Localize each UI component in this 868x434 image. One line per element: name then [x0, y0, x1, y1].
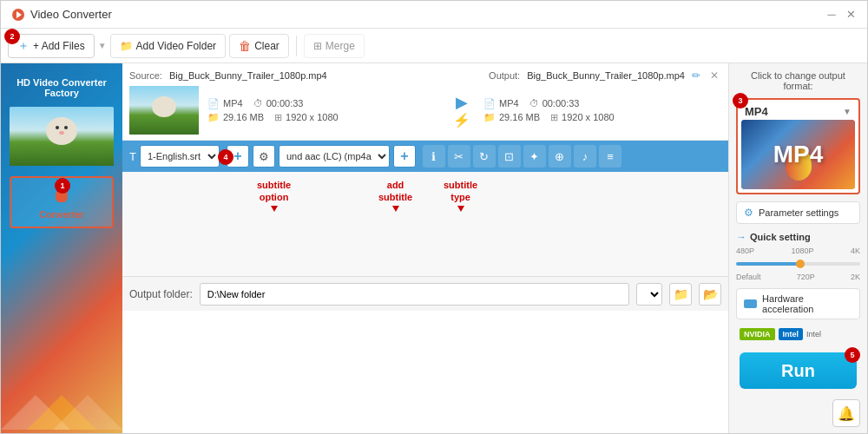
format-preview-image: MP4: [741, 120, 855, 189]
run-badge: 5: [845, 347, 860, 363]
quality-label-480p: 480P: [736, 247, 754, 255]
svg-point-6: [56, 120, 59, 127]
output-resolution-icon: ⊞: [550, 112, 558, 123]
file-output-details: 📄 MP4 ⏱ 00:00:33 📁: [478, 98, 721, 123]
add-video-folder-button[interactable]: 📁 Add Video Folder: [110, 34, 227, 58]
sidebar-thumbnail: [10, 107, 114, 166]
file-close-button[interactable]: ✕: [707, 69, 721, 82]
quality-label-4k: 4K: [851, 247, 860, 255]
minimize-button[interactable]: ─: [825, 9, 838, 21]
output-resolution: 1920 x 1080: [562, 112, 615, 122]
file-item-area: Source: Big_Buck_Bunny_Trailer_1080p.mp4…: [122, 63, 728, 276]
source-format: MP4: [223, 98, 243, 108]
format-header: MP4 ▼: [741, 103, 855, 120]
arrow-right-icon: ▶: [456, 93, 468, 112]
subtitle-settings-button[interactable]: ⚙: [253, 145, 275, 168]
output-clock-icon: ⏱: [529, 98, 539, 108]
folder-icon: 📁: [120, 40, 133, 52]
svg-point-8: [56, 126, 59, 129]
add-files-button[interactable]: ＋ + Add Files: [8, 34, 95, 58]
nvidia-badge: NVIDIA: [740, 328, 775, 340]
app-logo-icon: [11, 8, 25, 22]
add-subtitle-annotation: addsubtitle: [378, 179, 412, 214]
watermark-button[interactable]: ⊕: [549, 145, 571, 168]
parameter-settings-button[interactable]: ⚙ Parameter settings: [736, 201, 860, 224]
file-item-header: Source: Big_Buck_Bunny_Trailer_1080p.mp4…: [129, 69, 721, 82]
left-sidebar: HD Video Converter Factory: [1, 63, 122, 433]
edit-output-icon[interactable]: ✏: [692, 69, 700, 82]
add-audio-button[interactable]: +: [393, 145, 416, 168]
window-title: Video Converter: [30, 8, 825, 21]
clear-label: Clear: [254, 40, 279, 52]
format-mp4-label: MP4: [773, 141, 824, 168]
bottom-bar: Output folder: 📁 📂: [122, 276, 728, 311]
svg-point-19: [167, 98, 169, 103]
cut-button[interactable]: ✂: [448, 145, 470, 168]
quality-slider-container[interactable]: [736, 260, 860, 267]
annotation-area: subtitleoption addsubtitle subtitletype: [122, 172, 728, 276]
quick-setting-icon: →: [736, 231, 746, 243]
quick-setting-section: → Quick setting 480P 1080P 4K Default 72…: [736, 231, 860, 281]
intel-badge: Intel: [779, 328, 804, 340]
quality-label-2k: 2K: [851, 273, 860, 281]
subtitle-option-annotation: subtitleoption: [257, 179, 291, 214]
clock-icon: ⏱: [253, 98, 263, 108]
rotate-button[interactable]: ↻: [473, 145, 496, 168]
quality-slider[interactable]: [736, 262, 860, 266]
output-size: 29.16 MB: [499, 112, 540, 122]
quality-label-default: Default: [736, 273, 761, 281]
open-folder-button[interactable]: 📁: [669, 283, 692, 306]
file-info-row: 📄 MP4 ⏱ 00:00:33 📁: [129, 86, 721, 135]
svg-point-9: [64, 126, 68, 129]
source-resolution: 1920 x 1080: [286, 112, 339, 122]
subtitle-text-icon: T: [129, 150, 136, 163]
source-duration: 00:00:33: [266, 98, 304, 108]
add-files-dropdown-arrow[interactable]: ▼: [98, 41, 107, 50]
subtitle-option-select[interactable]: 1-English.srt: [140, 145, 220, 168]
alarm-area: 🔔: [736, 399, 860, 427]
info-button[interactable]: ℹ: [423, 145, 445, 168]
run-button[interactable]: Run: [740, 352, 857, 389]
run-button-container: 5 Run: [736, 349, 860, 392]
svg-point-7: [64, 120, 68, 127]
crop-button[interactable]: ⊡: [498, 145, 521, 168]
svg-point-10: [59, 131, 64, 135]
plus-icon: ＋: [17, 38, 30, 54]
merge-label: Merge: [326, 40, 355, 52]
resolution-icon: ⊞: [274, 112, 282, 123]
merge-button[interactable]: ⊞ Merge: [304, 34, 365, 58]
slider-thumb: [796, 260, 805, 268]
gpu-badges: NVIDIA Intel Intel: [736, 326, 860, 342]
settings-icon: ⚙: [744, 207, 753, 219]
hardware-acceleration-section[interactable]: Hardware acceleration: [736, 288, 860, 319]
toolbar-separator: [296, 36, 297, 56]
right-sidebar: Click to change output format: 3 MP4 ▼ M…: [728, 63, 867, 433]
effect-button[interactable]: ✦: [523, 145, 546, 168]
clear-button[interactable]: 🗑 Clear: [229, 34, 289, 58]
format-name-label: MP4: [745, 105, 768, 118]
audio-button[interactable]: ♪: [574, 145, 596, 168]
subtitle-type-select[interactable]: und aac (LC) (mp4a: [279, 145, 390, 168]
source-path: Big_Buck_Bunny_Trailer_1080p.mp4: [169, 70, 327, 81]
select-folder-button[interactable]: 📂: [699, 283, 721, 306]
subtitle-button[interactable]: ≡: [599, 145, 621, 168]
output-folder-icon: 📁: [483, 112, 496, 123]
format-selector[interactable]: MP4 ▼ MP4: [736, 98, 860, 194]
subtitle-type-annotation: subtitletype: [444, 179, 477, 214]
source-size: 29.16 MB: [223, 112, 264, 122]
output-folder-dropdown[interactable]: [636, 283, 662, 306]
output-folder-input[interactable]: [200, 283, 629, 306]
output-folder-label: Output folder:: [129, 288, 193, 300]
add-files-label: + Add Files: [33, 40, 85, 52]
close-button[interactable]: ✕: [845, 9, 857, 21]
converter-label: Converter: [39, 209, 84, 220]
add-video-folder-label: Add Video Folder: [136, 40, 217, 52]
alarm-button[interactable]: 🔔: [832, 399, 860, 427]
sidebar-item-converter[interactable]: 1 ⏺ Converter: [10, 176, 114, 228]
hw-accel-icon: [744, 299, 757, 308]
sidebar-nav: 1 ⏺ Converter: [1, 176, 122, 228]
clear-icon: 🗑: [239, 39, 251, 53]
quick-setting-label: Quick setting: [750, 232, 811, 242]
sidebar-decoration: [1, 386, 122, 430]
format-hint-label: Click to change output format:: [736, 70, 860, 91]
